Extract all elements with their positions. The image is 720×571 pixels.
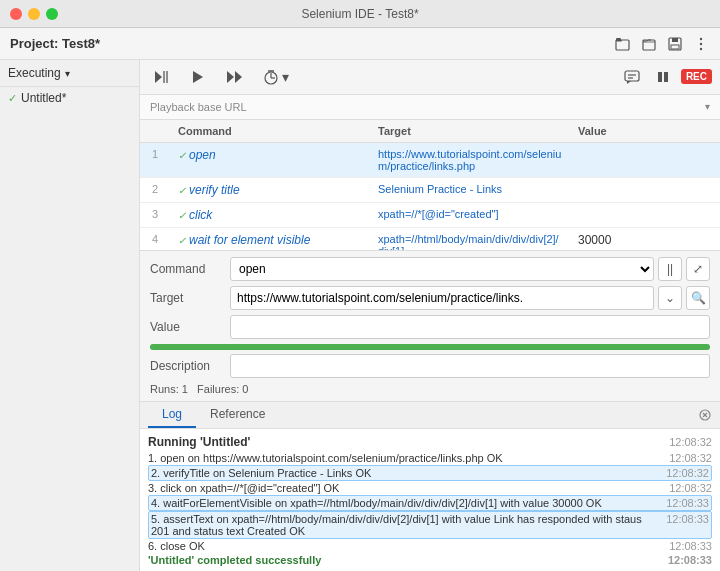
description-row: Description <box>150 354 710 378</box>
col-header-target: Target <box>370 120 570 143</box>
playback-label: Playback base URL <box>150 101 247 113</box>
check-icon: ✓ <box>178 235 186 246</box>
log-clear-icon[interactable] <box>698 408 712 422</box>
table-row[interactable]: 3✓clickxpath=//*[@id="created"] <box>140 203 720 228</box>
value-input[interactable] <box>230 315 710 339</box>
command-info-button[interactable]: || <box>658 257 682 281</box>
check-icon: ✓ <box>178 210 186 221</box>
rec-button[interactable]: REC <box>681 69 712 84</box>
check-icon: ✓ <box>178 150 186 161</box>
runs-info: Runs: 1 Failures: 0 <box>150 383 710 395</box>
col-header-command: Command <box>170 120 370 143</box>
log-completed-text: 'Untitled' completed successfully <box>148 554 660 566</box>
toolbar-left: ▾ <box>148 67 293 87</box>
command-select[interactable]: open <box>230 257 654 281</box>
row-target: https://www.tutorialspoint.com/selenium/… <box>370 143 570 178</box>
target-row: Target ⌄ 🔍 <box>150 286 710 310</box>
playback-chevron-icon[interactable]: ▾ <box>705 101 710 112</box>
minimize-button[interactable] <box>28 8 40 20</box>
project-title: Project: Test8* <box>10 36 100 51</box>
svg-rect-24 <box>658 72 662 82</box>
log-entry: 4. waitForElementVisible on xpath=//html… <box>148 495 712 511</box>
save-icon[interactable] <box>666 35 684 53</box>
col-header-num <box>140 120 170 143</box>
new-project-icon[interactable] <box>640 35 658 53</box>
svg-rect-20 <box>625 71 639 81</box>
target-label: Target <box>150 291 230 305</box>
description-label: Description <box>150 359 230 373</box>
tab-reference[interactable]: Reference <box>196 402 279 428</box>
svg-rect-5 <box>672 38 678 42</box>
log-running-text: Running 'Untitled' <box>148 435 250 449</box>
svg-marker-14 <box>227 71 234 83</box>
maximize-button[interactable] <box>46 8 58 20</box>
row-value <box>570 143 720 178</box>
log-completed-entry: 'Untitled' completed successfully 12:08:… <box>148 553 712 567</box>
more-menu-icon[interactable] <box>692 35 710 53</box>
tab-log[interactable]: Log <box>148 402 196 428</box>
log-entry-time: 12:08:33 <box>669 540 712 552</box>
test-item-label: Untitled* <box>21 91 66 105</box>
log-running-title: 'Untitled' <box>200 435 250 449</box>
play-button[interactable] <box>186 67 210 87</box>
timer-button[interactable]: ▾ <box>258 67 293 87</box>
log-entry-text: 4. waitForElementVisible on xpath=//html… <box>151 497 658 509</box>
row-number: 4 <box>140 228 170 250</box>
table-row[interactable]: 1✓openhttps://www.tutorialspoint.com/sel… <box>140 143 720 178</box>
row-command: ✓verify title <box>170 178 370 203</box>
sidebar-section: Executing ▾ <box>0 60 139 87</box>
log-entry-time: 12:08:32 <box>669 452 712 464</box>
comment-button[interactable] <box>619 67 645 87</box>
log-running-header: Running 'Untitled' 12:08:32 <box>148 433 712 451</box>
editor-area: Command open || ⤢ Target ⌄ 🔍 <box>140 250 720 401</box>
row-number: 2 <box>140 178 170 203</box>
row-target: xpath=//*[@id="created"] <box>370 203 570 228</box>
log-entry-text: 5. assertText on xpath=//html/body/main/… <box>151 513 658 537</box>
open-project-icon[interactable] <box>614 35 632 53</box>
description-input[interactable] <box>230 354 710 378</box>
row-command: ✓click <box>170 203 370 228</box>
target-dropdown-button[interactable]: ⌄ <box>658 286 682 310</box>
loop-button[interactable] <box>220 67 248 87</box>
runs-label: Runs: 1 <box>150 383 188 395</box>
log-entry-text: 3. click on xpath=//*[@id="created"] OK <box>148 482 661 494</box>
log-entry: 6. close OK12:08:33 <box>148 539 712 553</box>
project-header: Project: Test8* <box>0 28 720 60</box>
window-controls <box>10 8 58 20</box>
log-entry: 3. click on xpath=//*[@id="created"] OK1… <box>148 481 712 495</box>
value-row: Value <box>150 315 710 339</box>
row-value <box>570 203 720 228</box>
sidebar: Executing ▾ ✓ Untitled* <box>0 60 140 571</box>
svg-point-9 <box>700 47 702 49</box>
app-container: Project: Test8* <box>0 28 720 571</box>
close-button[interactable] <box>10 8 22 20</box>
log-running-time: 12:08:32 <box>669 436 712 448</box>
executing-dropdown[interactable]: Executing ▾ <box>8 66 131 80</box>
svg-rect-25 <box>664 72 668 82</box>
log-entry: 5. assertText on xpath=//html/body/main/… <box>148 511 712 539</box>
sidebar-item-test[interactable]: ✓ Untitled* <box>0 87 139 109</box>
col-header-value: Value <box>570 120 720 143</box>
command-row: Command open || ⤢ <box>150 257 710 281</box>
log-tabs: Log Reference <box>140 402 720 429</box>
target-input[interactable] <box>230 286 654 310</box>
log-entry-time: 12:08:32 <box>669 482 712 494</box>
content-area: Executing ▾ ✓ Untitled* <box>0 60 720 571</box>
table-row[interactable]: 4✓wait for element visiblexpath=//html/b… <box>140 228 720 250</box>
value-label: Value <box>150 320 230 334</box>
value-input-wrap <box>230 315 710 339</box>
svg-point-7 <box>700 37 702 39</box>
toolbar: ▾ <box>140 60 720 95</box>
row-number: 3 <box>140 203 170 228</box>
table-row[interactable]: 2✓verify titleSelenium Practice - Links <box>140 178 720 203</box>
log-entry-text: 1. open on https://www.tutorialspoint.co… <box>148 452 661 464</box>
log-completed-time: 12:08:33 <box>668 554 712 566</box>
step-button[interactable] <box>148 67 176 87</box>
row-target: Selenium Practice - Links <box>370 178 570 203</box>
command-open-button[interactable]: ⤢ <box>686 257 710 281</box>
pause-button[interactable] <box>651 67 675 87</box>
failures-label: Failures: 0 <box>197 383 248 395</box>
svg-marker-10 <box>155 71 162 83</box>
target-search-button[interactable]: 🔍 <box>686 286 710 310</box>
executing-label-text: Executing <box>8 66 61 80</box>
